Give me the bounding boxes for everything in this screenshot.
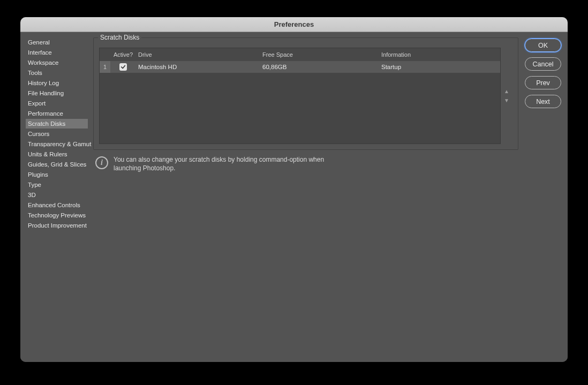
move-down-button[interactable]: ▼ bbox=[504, 97, 509, 103]
col-free: Free Space bbox=[262, 51, 381, 58]
active-checkbox[interactable] bbox=[119, 63, 127, 71]
sidebar-item-3d[interactable]: 3D bbox=[26, 190, 88, 200]
sidebar-item-interface[interactable]: Interface bbox=[26, 48, 88, 57]
sidebar-item-history-log[interactable]: History Log bbox=[26, 78, 88, 88]
titlebar: Preferences bbox=[20, 17, 568, 32]
sidebar-item-tools[interactable]: Tools bbox=[26, 68, 88, 78]
ok-button[interactable]: OK bbox=[525, 39, 561, 52]
scratch-disks-group: Scratch Disks Active? Drive Free Space I… bbox=[93, 37, 518, 150]
dialog-buttons: OK Cancel Prev Next bbox=[525, 37, 564, 357]
cancel-button[interactable]: Cancel bbox=[525, 57, 561, 71]
sidebar-item-export[interactable]: Export bbox=[26, 99, 88, 108]
sidebar-item-workspace[interactable]: Workspace bbox=[26, 58, 88, 67]
preferences-window: Preferences GeneralInterfaceWorkspaceToo… bbox=[20, 17, 568, 362]
col-drive: Drive bbox=[136, 51, 262, 58]
row-active-cell bbox=[110, 61, 136, 73]
reorder-arrows: ▲ ▼ bbox=[501, 48, 512, 144]
hint-text: You can also change your scratch disks b… bbox=[114, 155, 349, 172]
row-information: Startup bbox=[381, 61, 500, 73]
sidebar-item-transparency-gamut[interactable]: Transparency & Gamut bbox=[26, 139, 88, 149]
sidebar-item-plugins[interactable]: Plugins bbox=[26, 170, 88, 179]
sidebar-item-guides-grid-slices[interactable]: Guides, Grid & Slices bbox=[26, 160, 88, 169]
prev-button[interactable]: Prev bbox=[525, 76, 561, 89]
row-free-space: 60,86GB bbox=[262, 61, 381, 73]
move-up-button[interactable]: ▲ bbox=[504, 88, 509, 94]
col-active: Active? bbox=[110, 51, 136, 58]
sidebar-item-type[interactable]: Type bbox=[26, 180, 88, 190]
hint-row: i You can also change your scratch disks… bbox=[93, 155, 518, 172]
sidebar-item-technology-previews[interactable]: Technology Previews bbox=[26, 210, 88, 220]
sidebar-item-cursors[interactable]: Cursors bbox=[26, 129, 88, 139]
col-info: Information bbox=[381, 51, 500, 58]
next-button[interactable]: Next bbox=[525, 95, 561, 108]
sidebar-item-performance[interactable]: Performance bbox=[26, 109, 88, 118]
table-row[interactable]: 1Macintosh HD60,86GBStartup bbox=[100, 61, 500, 73]
sidebar-item-enhanced-controls[interactable]: Enhanced Controls bbox=[26, 200, 88, 210]
group-title: Scratch Disks bbox=[98, 34, 141, 41]
sidebar-item-general[interactable]: General bbox=[26, 37, 88, 47]
sidebar-item-units-rulers[interactable]: Units & Rulers bbox=[26, 149, 88, 159]
sidebar-item-scratch-disks[interactable]: Scratch Disks bbox=[26, 119, 88, 129]
row-index: 1 bbox=[100, 61, 110, 73]
row-drive: Macintosh HD bbox=[136, 61, 262, 73]
sidebar-item-product-improvement[interactable]: Product Improvement bbox=[26, 221, 88, 230]
sidebar: GeneralInterfaceWorkspaceToolsHistory Lo… bbox=[20, 32, 88, 362]
info-icon: i bbox=[95, 156, 108, 169]
sidebar-item-file-handling[interactable]: File Handling bbox=[26, 88, 88, 98]
scratch-disks-table: Active? Drive Free Space Information 1Ma… bbox=[99, 48, 501, 144]
window-title: Preferences bbox=[274, 20, 314, 28]
table-header: Active? Drive Free Space Information bbox=[100, 48, 500, 61]
